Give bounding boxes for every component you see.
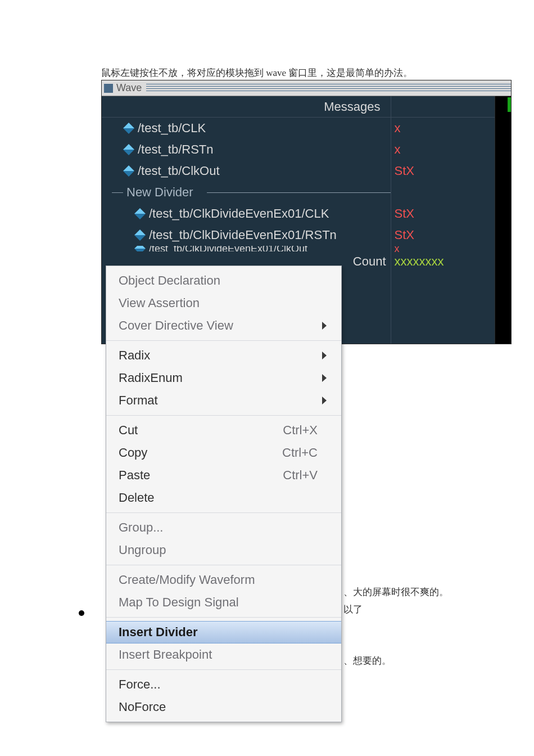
side-text-1: 、大的屏幕时很不爽的。 — [343, 586, 449, 598]
signal-row[interactable]: /test_tb/ClkDivideEvenEx01/RSTn — [102, 224, 391, 246]
submenu-arrow-icon — [322, 322, 327, 330]
signal-row[interactable]: /test_tb/ClkDivideEvenEx01/ClkOut — [102, 246, 391, 251]
value-cell — [391, 182, 495, 203]
submenu-arrow-icon — [322, 352, 327, 359]
context-menu: Object DeclarationView AssertionCover Di… — [106, 266, 342, 722]
value-cell: x — [391, 139, 495, 160]
waveform-strip — [495, 96, 511, 344]
menu-item-object-declaration[interactable]: Object Declaration — [106, 269, 341, 292]
messages-header: Messages — [102, 96, 391, 118]
signal-row[interactable]: /test_tb/RSTn — [102, 139, 391, 160]
titlebar-grip — [146, 84, 511, 93]
signal-row[interactable]: /test_tb/ClkDivideEvenEx01/CLK — [102, 203, 391, 224]
signal-diamond-icon — [123, 144, 134, 155]
cursor-marker — [508, 97, 511, 112]
wave-icon — [104, 84, 113, 93]
menu-item-view-assertion[interactable]: View Assertion — [106, 292, 341, 314]
divider-row[interactable]: New Divider — [102, 182, 391, 203]
menu-item-force[interactable]: Force... — [106, 673, 341, 696]
menu-item-map-to-design-signal[interactable]: Map To Design Signal — [106, 591, 341, 614]
menu-item-cover-directive-view[interactable]: Cover Directive View — [106, 314, 341, 337]
value-cell: x — [391, 246, 495, 251]
value-cell: xxxxxxxx — [391, 251, 495, 272]
page-caption: 鼠标左键按住不放，将对应的模块拖到 wave 窗口里，这是最简单的办法。 — [101, 66, 413, 79]
signal-diamond-icon — [123, 165, 134, 177]
value-cell: x — [391, 118, 495, 139]
menu-item-paste[interactable]: PasteCtrl+V — [106, 464, 341, 487]
value-header — [391, 96, 495, 118]
value-cell: StX — [391, 160, 495, 182]
list-bullet — [79, 610, 84, 616]
signal-diamond-icon — [134, 230, 146, 241]
signal-diamond-icon — [134, 208, 146, 219]
wave-title: Wave — [116, 82, 142, 94]
menu-item-ungroup[interactable]: Ungroup — [106, 539, 341, 561]
side-text-3: 、想要的。 — [343, 654, 391, 667]
value-panel: xxStXStXStXxxxxxxxxx — [391, 96, 495, 344]
menu-item-insert-breakpoint[interactable]: Insert Breakpoint — [106, 644, 341, 666]
signal-row[interactable]: /test_tb/ClkOut — [102, 160, 391, 182]
menu-item-format[interactable]: Format — [106, 389, 341, 412]
menu-item-noforce[interactable]: NoForce — [106, 696, 341, 718]
menu-item-create-modify-waveform[interactable]: Create/Modify Waveform — [106, 569, 341, 591]
menu-item-insert-divider[interactable]: Insert Divider — [106, 621, 341, 644]
submenu-arrow-icon — [322, 374, 327, 382]
wave-titlebar[interactable]: Wave — [102, 80, 511, 96]
value-cell: StX — [391, 224, 495, 246]
menu-item-radixenum[interactable]: RadixEnum — [106, 367, 341, 389]
side-text-2: 以了 — [343, 603, 363, 616]
menu-item-cut[interactable]: CutCtrl+X — [106, 419, 341, 442]
menu-item-group[interactable]: Group... — [106, 516, 341, 539]
submenu-arrow-icon — [322, 397, 327, 404]
menu-item-copy[interactable]: CopyCtrl+C — [106, 442, 341, 464]
signal-row[interactable]: /test_tb/CLK — [102, 118, 391, 139]
signal-diamond-icon — [123, 123, 134, 134]
menu-item-delete[interactable]: Delete — [106, 487, 341, 509]
menu-item-radix[interactable]: Radix — [106, 344, 341, 367]
value-cell: StX — [391, 203, 495, 224]
